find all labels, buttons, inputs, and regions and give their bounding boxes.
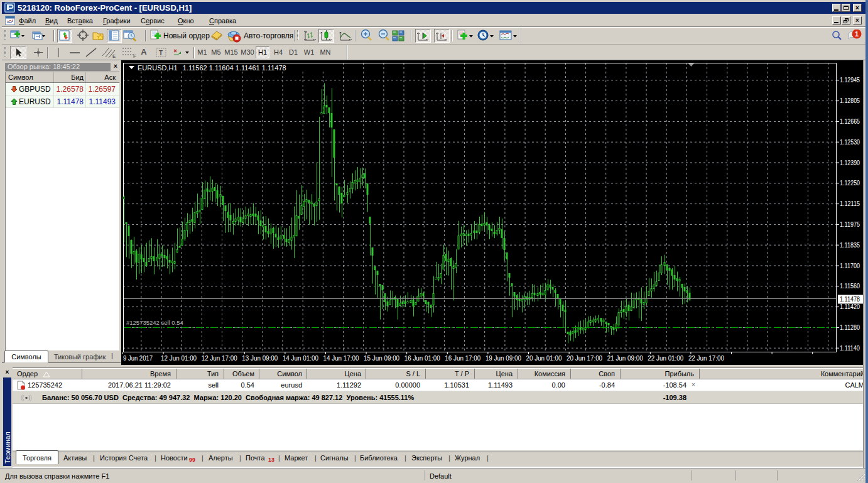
svg-text:12 Jun 01:00: 12 Jun 01:00 xyxy=(161,355,197,362)
svg-text:13 Jun 09:00: 13 Jun 09:00 xyxy=(242,355,278,362)
svg-text:E: E xyxy=(112,53,116,59)
svg-text:20 Jun 01:00: 20 Jun 01:00 xyxy=(526,355,562,362)
svg-text:15 Jun 09:00: 15 Jun 09:00 xyxy=(364,355,399,362)
svg-text:22 Jun 17:00: 22 Jun 17:00 xyxy=(688,355,724,362)
svg-text:1.11280: 1.11280 xyxy=(840,324,860,331)
svg-text:1.12250: 1.12250 xyxy=(840,180,860,187)
svg-text:T: T xyxy=(159,50,163,57)
svg-text:12 Jun 17:00: 12 Jun 17:00 xyxy=(202,355,237,362)
svg-text:#125735242 sell 0.54: #125735242 sell 0.54 xyxy=(126,319,183,326)
svg-text:16 Jun 01:00: 16 Jun 01:00 xyxy=(404,355,440,362)
svg-text:1.12390: 1.12390 xyxy=(840,160,860,166)
svg-text:EURUSD,H11.11562 1.11604 1.114: EURUSD,H11.11562 1.11604 1.11461 1.11478 xyxy=(138,64,286,72)
svg-text:1.11140: 1.11140 xyxy=(840,345,860,352)
svg-text:19 Jun 09:00: 19 Jun 09:00 xyxy=(486,355,521,362)
svg-text:1.11420: 1.11420 xyxy=(840,303,860,310)
svg-text:1.12530: 1.12530 xyxy=(840,139,860,146)
svg-text:1.11560: 1.11560 xyxy=(840,283,860,290)
svg-text:1.11975: 1.11975 xyxy=(840,221,860,228)
svg-text:1.12945: 1.12945 xyxy=(840,77,860,84)
svg-text:22 Jun 01:00: 22 Jun 01:00 xyxy=(648,355,683,362)
svg-text:20 Jun 17:00: 20 Jun 17:00 xyxy=(567,355,602,362)
svg-text:1.11478: 1.11478 xyxy=(840,296,860,303)
svg-text:1.11700: 1.11700 xyxy=(840,263,860,269)
svg-text:1.11835: 1.11835 xyxy=(840,242,860,249)
svg-text:14 Jun 17:00: 14 Jun 17:00 xyxy=(323,355,359,362)
svg-text:14 Jun 01:00: 14 Jun 01:00 xyxy=(283,355,318,362)
svg-text:F: F xyxy=(133,53,136,59)
svg-text:1.12805: 1.12805 xyxy=(840,97,860,104)
svg-text:21 Jun 09:00: 21 Jun 09:00 xyxy=(607,355,643,362)
svg-text:Терминал: Терминал xyxy=(4,431,11,464)
svg-text:16 Jun 17:00: 16 Jun 17:00 xyxy=(445,355,480,362)
svg-text:9 Jun 2017: 9 Jun 2017 xyxy=(123,355,153,362)
svg-text:1: 1 xyxy=(855,30,859,38)
svg-text:1.12665: 1.12665 xyxy=(840,118,860,125)
svg-text:1.12115: 1.12115 xyxy=(840,200,860,207)
